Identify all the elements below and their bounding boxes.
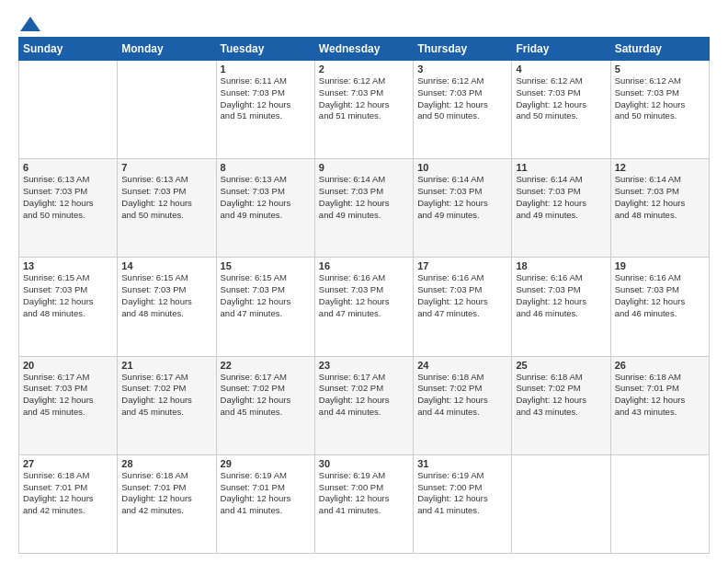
day-number: 12	[615, 162, 705, 173]
day-number: 2	[319, 63, 409, 75]
calendar-header-tuesday: Tuesday	[216, 38, 314, 61]
day-info: Sunrise: 6:14 AM Sunset: 7:03 PM Dayligh…	[417, 174, 507, 221]
calendar-cell: 5Sunrise: 6:12 AM Sunset: 7:03 PM Daylig…	[610, 61, 709, 159]
day-number: 17	[417, 260, 507, 271]
calendar-week-1: 1Sunrise: 6:11 AM Sunset: 7:03 PM Daylig…	[19, 61, 710, 159]
day-info: Sunrise: 6:14 AM Sunset: 7:03 PM Dayligh…	[319, 174, 409, 221]
day-info: Sunrise: 6:13 AM Sunset: 7:03 PM Dayligh…	[121, 174, 211, 221]
calendar-header-saturday: Saturday	[610, 38, 709, 61]
day-number: 3	[417, 63, 507, 75]
calendar-week-2: 6Sunrise: 6:13 AM Sunset: 7:03 PM Daylig…	[19, 159, 710, 258]
day-info: Sunrise: 6:17 AM Sunset: 7:02 PM Dayligh…	[221, 372, 311, 419]
calendar-cell: 26Sunrise: 6:18 AM Sunset: 7:01 PM Dayli…	[610, 356, 709, 454]
calendar-cell	[118, 61, 216, 159]
calendar-cell: 6Sunrise: 6:13 AM Sunset: 7:03 PM Daylig…	[19, 159, 118, 258]
calendar-header-thursday: Thursday	[414, 38, 512, 61]
day-number: 25	[516, 360, 606, 371]
calendar-cell: 31Sunrise: 6:19 AM Sunset: 7:00 PM Dayli…	[414, 454, 512, 553]
day-info: Sunrise: 6:15 AM Sunset: 7:03 PM Dayligh…	[121, 272, 211, 319]
calendar-cell: 23Sunrise: 6:17 AM Sunset: 7:02 PM Dayli…	[314, 356, 413, 454]
calendar-header-wednesday: Wednesday	[314, 38, 413, 61]
calendar-cell: 14Sunrise: 6:15 AM Sunset: 7:03 PM Dayli…	[118, 258, 216, 356]
day-info: Sunrise: 6:14 AM Sunset: 7:03 PM Dayligh…	[615, 174, 705, 221]
day-number: 30	[319, 458, 409, 469]
day-number: 19	[615, 260, 705, 271]
day-number: 8	[221, 162, 311, 173]
calendar-cell: 28Sunrise: 6:18 AM Sunset: 7:01 PM Dayli…	[118, 454, 216, 553]
calendar-header-row: SundayMondayTuesdayWednesdayThursdayFrid…	[19, 38, 710, 61]
calendar-cell: 25Sunrise: 6:18 AM Sunset: 7:02 PM Dayli…	[512, 356, 610, 454]
day-info: Sunrise: 6:19 AM Sunset: 7:01 PM Dayligh…	[221, 470, 311, 517]
day-info: Sunrise: 6:17 AM Sunset: 7:02 PM Dayligh…	[121, 372, 211, 419]
calendar-table: SundayMondayTuesdayWednesdayThursdayFrid…	[18, 37, 710, 554]
calendar-header-friday: Friday	[512, 38, 610, 61]
day-info: Sunrise: 6:16 AM Sunset: 7:03 PM Dayligh…	[319, 272, 409, 319]
day-info: Sunrise: 6:16 AM Sunset: 7:03 PM Dayligh…	[615, 272, 705, 319]
day-number: 24	[417, 360, 507, 371]
calendar-cell: 11Sunrise: 6:14 AM Sunset: 7:03 PM Dayli…	[512, 159, 610, 258]
day-info: Sunrise: 6:17 AM Sunset: 7:03 PM Dayligh…	[23, 372, 113, 419]
calendar-cell: 13Sunrise: 6:15 AM Sunset: 7:03 PM Dayli…	[19, 258, 118, 356]
day-info: Sunrise: 6:16 AM Sunset: 7:03 PM Dayligh…	[417, 272, 507, 319]
day-info: Sunrise: 6:19 AM Sunset: 7:00 PM Dayligh…	[417, 470, 507, 517]
calendar-week-3: 13Sunrise: 6:15 AM Sunset: 7:03 PM Dayli…	[19, 258, 710, 356]
day-info: Sunrise: 6:18 AM Sunset: 7:01 PM Dayligh…	[615, 372, 705, 419]
calendar-cell	[19, 61, 118, 159]
calendar-cell: 30Sunrise: 6:19 AM Sunset: 7:00 PM Dayli…	[314, 454, 413, 553]
day-info: Sunrise: 6:12 AM Sunset: 7:03 PM Dayligh…	[516, 75, 606, 122]
calendar-cell: 24Sunrise: 6:18 AM Sunset: 7:02 PM Dayli…	[414, 356, 512, 454]
header	[18, 15, 710, 29]
day-info: Sunrise: 6:18 AM Sunset: 7:01 PM Dayligh…	[121, 470, 211, 517]
calendar-cell: 4Sunrise: 6:12 AM Sunset: 7:03 PM Daylig…	[512, 61, 610, 159]
calendar-cell: 21Sunrise: 6:17 AM Sunset: 7:02 PM Dayli…	[118, 356, 216, 454]
day-number: 13	[23, 260, 113, 271]
calendar-cell: 15Sunrise: 6:15 AM Sunset: 7:03 PM Dayli…	[216, 258, 314, 356]
calendar-cell: 29Sunrise: 6:19 AM Sunset: 7:01 PM Dayli…	[216, 454, 314, 553]
calendar-cell: 1Sunrise: 6:11 AM Sunset: 7:03 PM Daylig…	[216, 61, 314, 159]
calendar-cell: 12Sunrise: 6:14 AM Sunset: 7:03 PM Dayli…	[610, 159, 709, 258]
day-info: Sunrise: 6:18 AM Sunset: 7:02 PM Dayligh…	[516, 372, 606, 419]
calendar-cell: 2Sunrise: 6:12 AM Sunset: 7:03 PM Daylig…	[314, 61, 413, 159]
day-number: 21	[121, 360, 211, 371]
day-info: Sunrise: 6:16 AM Sunset: 7:03 PM Dayligh…	[516, 272, 606, 319]
calendar-cell: 19Sunrise: 6:16 AM Sunset: 7:03 PM Dayli…	[610, 258, 709, 356]
day-info: Sunrise: 6:13 AM Sunset: 7:03 PM Dayligh…	[23, 174, 113, 221]
calendar-cell: 18Sunrise: 6:16 AM Sunset: 7:03 PM Dayli…	[512, 258, 610, 356]
day-info: Sunrise: 6:12 AM Sunset: 7:03 PM Dayligh…	[615, 75, 705, 122]
day-number: 10	[417, 162, 507, 173]
day-number: 14	[121, 260, 211, 271]
day-info: Sunrise: 6:11 AM Sunset: 7:03 PM Dayligh…	[221, 75, 311, 122]
day-number: 31	[417, 458, 507, 469]
day-number: 6	[23, 162, 113, 173]
day-number: 18	[516, 260, 606, 271]
day-number: 23	[319, 360, 409, 371]
day-number: 11	[516, 162, 606, 173]
calendar-cell: 7Sunrise: 6:13 AM Sunset: 7:03 PM Daylig…	[118, 159, 216, 258]
calendar-cell: 27Sunrise: 6:18 AM Sunset: 7:01 PM Dayli…	[19, 454, 118, 553]
page: SundayMondayTuesdayWednesdayThursdayFrid…	[0, 0, 728, 563]
day-number: 20	[23, 360, 113, 371]
calendar-cell: 10Sunrise: 6:14 AM Sunset: 7:03 PM Dayli…	[414, 159, 512, 258]
calendar-cell: 17Sunrise: 6:16 AM Sunset: 7:03 PM Dayli…	[414, 258, 512, 356]
calendar-cell: 3Sunrise: 6:12 AM Sunset: 7:03 PM Daylig…	[414, 61, 512, 159]
day-number: 4	[516, 63, 606, 75]
day-number: 15	[221, 260, 311, 271]
calendar-cell	[610, 454, 709, 553]
day-info: Sunrise: 6:14 AM Sunset: 7:03 PM Dayligh…	[516, 174, 606, 221]
day-info: Sunrise: 6:15 AM Sunset: 7:03 PM Dayligh…	[23, 272, 113, 319]
logo-icon	[20, 17, 40, 31]
day-info: Sunrise: 6:15 AM Sunset: 7:03 PM Dayligh…	[221, 272, 311, 319]
day-number: 27	[23, 458, 113, 469]
calendar-cell: 9Sunrise: 6:14 AM Sunset: 7:03 PM Daylig…	[314, 159, 413, 258]
day-number: 28	[121, 458, 211, 469]
day-number: 7	[121, 162, 211, 173]
day-number: 1	[221, 63, 311, 75]
day-number: 26	[615, 360, 705, 371]
day-info: Sunrise: 6:18 AM Sunset: 7:02 PM Dayligh…	[417, 372, 507, 419]
day-info: Sunrise: 6:18 AM Sunset: 7:01 PM Dayligh…	[23, 470, 113, 517]
day-number: 5	[615, 63, 705, 75]
calendar-week-4: 20Sunrise: 6:17 AM Sunset: 7:03 PM Dayli…	[19, 356, 710, 454]
day-number: 22	[221, 360, 311, 371]
calendar-cell: 22Sunrise: 6:17 AM Sunset: 7:02 PM Dayli…	[216, 356, 314, 454]
calendar-week-5: 27Sunrise: 6:18 AM Sunset: 7:01 PM Dayli…	[19, 454, 710, 553]
